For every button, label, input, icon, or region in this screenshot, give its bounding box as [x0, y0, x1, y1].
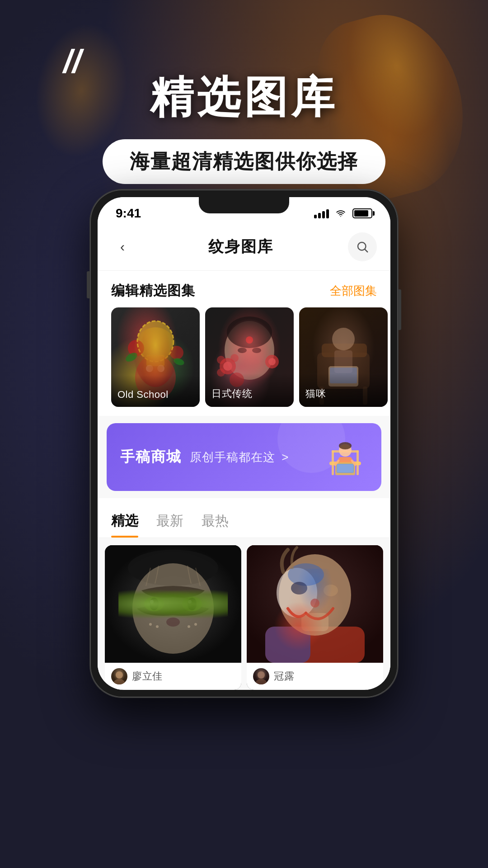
svg-point-68	[277, 568, 317, 618]
svg-point-52	[150, 598, 159, 610]
author-avatar-1	[111, 668, 127, 684]
banner-text-area: 手稿商城 原创手稿都在这 >	[120, 447, 289, 467]
nav-bar: ‹ 纹身图库	[98, 225, 390, 271]
svg-point-70	[291, 582, 307, 594]
signal-icon	[314, 208, 329, 218]
back-button[interactable]: ‹	[111, 236, 134, 258]
svg-point-56	[166, 618, 180, 627]
svg-rect-66	[301, 613, 328, 631]
svg-point-20	[217, 356, 225, 364]
content-area: 编辑精选图集 全部图集	[98, 271, 390, 690]
joker-card-footer: 冠露	[247, 663, 383, 690]
svg-point-59	[194, 623, 197, 626]
all-collections-link[interactable]: 全部图集	[330, 283, 377, 299]
svg-point-17	[265, 355, 279, 368]
tab-featured[interactable]: 精选	[111, 507, 138, 538]
phone-frame: 9:41	[90, 190, 398, 697]
svg-point-5	[146, 365, 153, 372]
svg-point-8	[170, 346, 183, 359]
editor-picks-header: 编辑精选图集 全部图集	[98, 271, 390, 307]
status-time: 9:41	[116, 206, 141, 221]
svg-rect-65	[265, 627, 310, 663]
phone-screen: 9:41	[98, 197, 390, 690]
svg-point-58	[156, 625, 159, 628]
author-name-1: 廖立佳	[132, 670, 163, 683]
tiger-image	[105, 545, 241, 663]
svg-point-15	[220, 358, 236, 374]
phone-notch	[199, 197, 289, 213]
battery-fill	[354, 210, 368, 217]
gallery-scroll: Old School	[98, 307, 390, 416]
joker-image	[247, 545, 383, 663]
author-name-2: 冠露	[274, 670, 294, 683]
svg-point-71	[324, 585, 338, 596]
manuscript-banner[interactable]: 手稿商城 原创手稿都在这 >	[107, 423, 381, 491]
svg-point-27	[332, 328, 355, 350]
promo-subtitle: 海量超清精选图供你选择	[130, 150, 358, 172]
svg-point-60	[188, 625, 190, 628]
svg-rect-44	[337, 464, 353, 472]
grid-card-tiger[interactable]: 廖立佳	[105, 545, 241, 690]
phone-mockup: 9:41	[90, 190, 398, 697]
cat-label: 猫咪	[299, 373, 388, 407]
content-tabs: 精选 最新 最热	[98, 498, 390, 538]
japanese-label: 日式传统	[205, 373, 294, 407]
svg-point-50	[144, 597, 164, 611]
svg-point-23	[238, 348, 247, 353]
svg-point-62	[114, 679, 125, 684]
svg-rect-35	[357, 464, 359, 475]
svg-point-51	[182, 597, 202, 611]
svg-point-14	[246, 336, 253, 344]
svg-point-12	[225, 321, 274, 380]
grid-card-joker[interactable]: 冠露	[247, 545, 383, 690]
status-icons	[314, 208, 372, 218]
svg-rect-4	[146, 355, 164, 366]
svg-point-54	[150, 600, 154, 604]
author-avatar-2	[253, 668, 269, 684]
banner-arrow: >	[282, 450, 289, 464]
wifi-icon	[334, 209, 347, 218]
svg-rect-34	[332, 464, 334, 475]
svg-point-18	[268, 358, 276, 365]
tab-latest[interactable]: 最新	[156, 507, 183, 538]
tiger-card-footer: 廖立佳	[105, 663, 241, 690]
svg-point-6	[157, 365, 164, 372]
promo-subtitle-wrapper: 海量超清精选图供你选择	[103, 139, 385, 184]
gallery-card-cat[interactable]: 猫咪	[299, 307, 388, 407]
svg-point-41	[339, 442, 352, 449]
svg-point-73	[258, 671, 265, 679]
svg-point-57	[149, 623, 152, 626]
svg-point-0	[340, 216, 341, 217]
banner-subtitle: 原创手稿都在这 >	[190, 449, 289, 465]
tiger-artwork	[105, 545, 241, 663]
svg-point-24	[252, 348, 261, 353]
image-grid: 廖立佳	[98, 538, 390, 690]
svg-point-55	[188, 600, 192, 604]
svg-point-13	[227, 316, 272, 348]
editor-picks-title: 编辑精选图集	[111, 282, 195, 300]
gallery-card-old-school[interactable]: Old School	[111, 307, 200, 407]
svg-point-53	[188, 598, 197, 610]
svg-point-22	[230, 354, 239, 362]
joker-artwork	[247, 545, 383, 663]
person-laptop-icon	[323, 437, 368, 477]
page-title: 纹身图库	[208, 236, 273, 257]
search-button[interactable]	[348, 232, 377, 261]
banner-title: 手稿商城	[120, 447, 182, 467]
svg-point-16	[223, 362, 232, 371]
svg-point-74	[256, 679, 267, 684]
svg-point-72	[310, 599, 319, 608]
promo-title: 精选图库	[27, 73, 461, 121]
promo-area: // 精选图库 海量超清精选图供你选择	[0, 45, 488, 211]
svg-point-49	[132, 563, 214, 654]
banner-illustration	[323, 437, 368, 477]
tab-hottest[interactable]: 最热	[202, 507, 229, 538]
battery-icon	[352, 208, 372, 218]
svg-point-61	[116, 671, 123, 679]
search-icon	[356, 240, 369, 254]
old-school-label: Old School	[111, 375, 200, 407]
gallery-card-japanese[interactable]: 日式传统	[205, 307, 294, 407]
